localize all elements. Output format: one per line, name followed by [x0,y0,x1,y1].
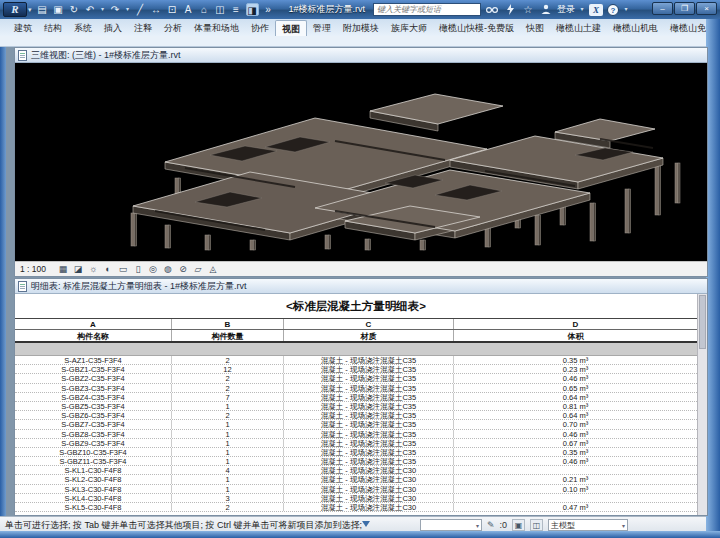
table-cell[interactable]: 4 [172,466,284,474]
table-cell[interactable]: 混凝土 - 现场浇注混凝土C35 [284,402,454,410]
worksharing-display-icon[interactable]: ⊘ [177,263,189,275]
table-cell[interactable]: 混凝土 - 现场浇注混凝土C30 [284,475,454,483]
help-icon[interactable]: ? [607,4,619,16]
table-cell[interactable]: 混凝土 - 现场浇注混凝土C30 [284,503,454,511]
table-cell[interactable]: 1 [172,457,284,465]
tab-建筑[interactable]: 建筑 [8,20,38,36]
shadows-icon[interactable]: ◐ [102,263,114,275]
table-cell[interactable]: 混凝土 - 现场浇注混凝土C35 [284,365,454,373]
table-cell[interactable]: 混凝土 - 现场浇注混凝土C35 [284,374,454,382]
table-cell[interactable]: 混凝土 - 现场浇注混凝土C30 [284,466,454,474]
table-cell[interactable]: S-KL5-C30-F4F8 [15,503,172,511]
tab-快图[interactable]: 快图 [520,20,550,36]
table-cell[interactable]: 2 [172,356,284,364]
revit-app-button[interactable]: R [3,2,27,17]
table-cell[interactable]: 0.64 m³ [454,411,697,419]
scrollbar-thumb[interactable] [699,295,706,349]
table-cell[interactable]: S-GBZ2-C35-F3F4 [15,374,172,382]
table-row[interactable]: S-AZ1-C35-F3F42混凝土 - 现场浇注混凝土C350.35 m³ [15,356,697,365]
table-cell[interactable]: S-GBZ8-C35-F3F4 [15,430,172,438]
view3d-window[interactable]: 三维视图: (三维) - 1#楼标准层方量.rvt [14,47,708,277]
table-row[interactable]: S-KL5-C30-F4F82混凝土 - 现场浇注混凝土C300.47 m³ [15,503,697,512]
default-3d-view-icon[interactable]: ⌂ [198,3,211,16]
schedule-window[interactable]: 明细表: 标准层混凝土方量明细表 - 1#楼标准层方量.rvt <标准层混凝土方… [14,278,708,516]
table-cell[interactable]: 0.64 m³ [454,393,697,401]
undo-drop-icon[interactable]: ▾ [100,3,106,16]
text-icon[interactable]: A [182,3,195,16]
tab-分析[interactable]: 分析 [158,20,188,36]
table-cell[interactable]: 0.65 m³ [454,384,697,392]
close-button[interactable]: × [696,2,717,15]
undo-icon[interactable]: ↶ [84,3,97,16]
design-option-combo[interactable]: 主模型▾ [548,519,628,531]
tab-视图[interactable]: 视图 [275,20,307,36]
column-header[interactable]: 体积 [454,330,697,341]
schedule-titlebar[interactable]: 明细表: 标准层混凝土方量明细表 - 1#楼标准层方量.rvt [15,279,707,294]
table-cell[interactable]: 7 [172,393,284,401]
table-cell[interactable]: 1 [172,402,284,410]
table-cell[interactable]: S-KL2-C30-F4F8 [15,475,172,483]
table-row[interactable]: S-GBZ4-C35-F3F47混凝土 - 现场浇注混凝土C350.64 m³ [15,393,697,402]
table-cell[interactable]: 0.35 m³ [454,356,697,364]
table-cell[interactable]: S-GBZ9-C35-F3F4 [15,439,172,447]
table-cell[interactable]: 1 [172,439,284,447]
table-cell[interactable]: S-KL4-C30-F4F8 [15,494,172,502]
table-cell[interactable]: 混凝土 - 现场浇注混凝土C30 [284,485,454,493]
tab-插入[interactable]: 插入 [98,20,128,36]
detail-level-icon[interactable]: ▦ [57,263,69,275]
column-letter[interactable]: C [284,319,454,329]
editable-only-icon[interactable]: ▣ [512,519,525,531]
favorites-star-icon[interactable]: ☆ [521,3,535,16]
table-cell[interactable]: 1 [172,448,284,456]
table-row[interactable]: S-GBZ6-C35-F3F42混凝土 - 现场浇注混凝土C350.64 m³ [15,411,697,420]
table-cell[interactable]: 0.46 m³ [454,457,697,465]
signin-person-icon[interactable] [539,3,553,16]
table-row[interactable]: S-GBZ5-C35-F3F41混凝土 - 现场浇注混凝土C350.81 m³ [15,402,697,411]
table-cell[interactable]: S-GBZ11-C35-F3F4 [15,457,172,465]
table-row[interactable]: S-GBZ7-C35-F3F41混凝土 - 现场浇注混凝土C350.70 m³ [15,420,697,429]
column-letter[interactable]: D [454,319,697,329]
redo-drop-icon[interactable]: ▾ [125,3,131,16]
tab-管理[interactable]: 管理 [307,20,337,36]
app-menu-arrow-icon[interactable]: ▾ [28,6,32,14]
crop-view-icon[interactable]: ▭ [117,263,129,275]
table-cell[interactable]: 混凝土 - 现场浇注混凝土C35 [284,457,454,465]
tab-橄榄山土建[interactable]: 橄榄山土建 [550,20,607,36]
analytical-model-icon[interactable]: ◬ [207,263,219,275]
table-cell[interactable]: 混凝土 - 现场浇注混凝土C35 [284,411,454,419]
table-cell[interactable]: S-GBZ6-C35-F3F4 [15,411,172,419]
show-crop-icon[interactable]: ▯ [132,263,144,275]
table-cell[interactable]: 混凝土 - 现场浇注混凝土C35 [284,384,454,392]
window-right-border[interactable] [706,19,720,538]
table-cell[interactable]: 0.46 m³ [454,430,697,438]
table-cell[interactable]: 12 [172,365,284,373]
reveal-hidden-icon[interactable]: ◍ [162,263,174,275]
search-icon[interactable] [485,3,499,16]
table-cell[interactable]: 2 [172,503,284,511]
temporary-view-properties-icon[interactable]: ▱ [192,263,204,275]
table-cell[interactable]: 1 [172,475,284,483]
open-icon[interactable]: ▤ [36,3,49,16]
table-row[interactable]: S-KL4-C30-F4F83混凝土 - 现场浇注混凝土C30 [15,494,697,503]
aligned-dimension-icon[interactable]: ↔ [150,3,163,16]
column-header[interactable]: 构件数量 [172,330,284,341]
view3d-titlebar[interactable]: 三维视图: (三维) - 1#楼标准层方量.rvt [15,48,707,63]
tab-注释[interactable]: 注释 [128,20,158,36]
table-cell[interactable]: 0.21 m³ [454,475,697,483]
table-row[interactable]: S-KL2-C30-F4F81混凝土 - 现场浇注混凝土C300.21 m³ [15,475,697,484]
table-cell[interactable]: 0.23 m³ [454,365,697,373]
editing-requests-icon[interactable]: ✎ [487,520,495,530]
table-cell[interactable]: 混凝土 - 现场浇注混凝土C30 [284,494,454,502]
table-cell[interactable]: 0.46 m³ [454,374,697,382]
column-letter[interactable]: B [172,319,284,329]
view3d-canvas[interactable] [15,63,707,261]
table-row[interactable]: S-GBZ10-C35-F3F41混凝土 - 现场浇注混凝土C350.35 m³ [15,448,697,457]
column-header[interactable]: 材质 [284,330,454,341]
table-row[interactable]: S-GBZ8-C35-F3F41混凝土 - 现场浇注混凝土C350.46 m³ [15,430,697,439]
table-cell[interactable]: 混凝土 - 现场浇注混凝土C35 [284,356,454,364]
table-cell[interactable] [454,466,697,474]
table-cell[interactable]: 0.70 m³ [454,420,697,428]
filter-icon[interactable] [358,519,370,529]
table-cell[interactable]: S-GBZ5-C35-F3F4 [15,402,172,410]
workset-combo[interactable]: ▾ [420,519,482,531]
